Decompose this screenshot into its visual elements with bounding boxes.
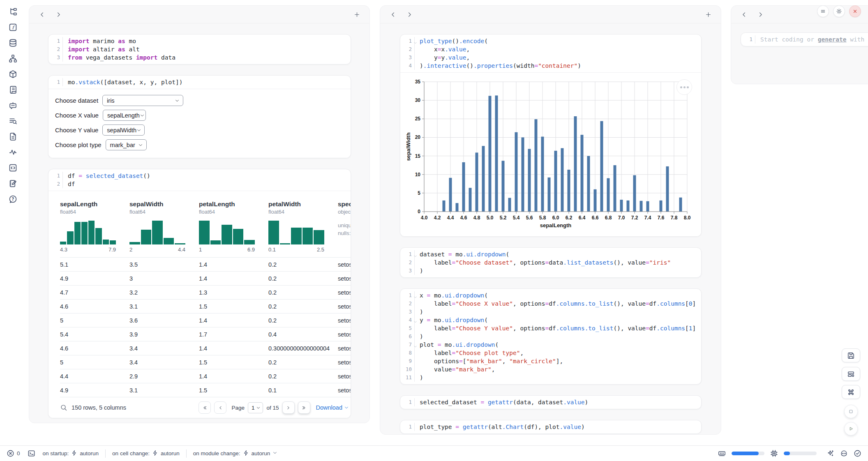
- back-chevron-icon[interactable]: [388, 9, 398, 20]
- shutdown-close-icon[interactable]: [849, 5, 861, 17]
- table-column-header[interactable]: petalLengthfloat6416.9: [199, 200, 268, 254]
- ai-sparkles-icon[interactable]: [826, 449, 834, 457]
- cell-dataset-dropdown[interactable]: 1dataset = mo.ui.dropdown(2 label="Choos…: [400, 247, 702, 278]
- table-row[interactable]: 5.13.51.40.2setosa: [60, 257, 351, 271]
- chevron-down-icon: [138, 143, 143, 148]
- on-cell-change-setting[interactable]: on cell change: autorun: [112, 450, 180, 457]
- table-column-header[interactable]: sepalLengthfloat644.37.9: [60, 200, 129, 254]
- svg-text:7.0: 7.0: [618, 215, 625, 221]
- table-row[interactable]: 53.61.40.2setosa: [60, 313, 351, 327]
- choose-plot-type-select[interactable]: mark_bar: [106, 139, 147, 150]
- choose-dataset-select[interactable]: iris: [102, 95, 183, 106]
- table-row[interactable]: 4.931.40.2setosa: [60, 271, 351, 285]
- save-button[interactable]: [842, 348, 860, 362]
- table-column-header[interactable]: sepalWidthfloat6424.4: [129, 200, 199, 254]
- cell-plot[interactable]: 1plot_type().encode(2 x=x.value,3 y=y.va…: [400, 34, 702, 237]
- code-line: 7plot = mo.ui.dropdown(: [400, 341, 701, 349]
- dependency-graph-icon[interactable]: [6, 53, 20, 63]
- on-startup-setting[interactable]: on startup: autorun: [43, 450, 99, 457]
- connection-check-icon[interactable]: [854, 449, 861, 457]
- copilot-icon[interactable]: [840, 449, 848, 457]
- chart-options-icon[interactable]: [676, 79, 692, 95]
- keyboard-shortcuts-button[interactable]: [842, 385, 860, 399]
- first-page-button[interactable]: [199, 401, 211, 414]
- code-placeholder-input[interactable]: Start coding or generate with: [755, 35, 864, 44]
- code-editor[interactable]: 1plot_type = getattr(alt.Chart(df), plot…: [400, 420, 701, 433]
- prev-page-button[interactable]: [214, 401, 226, 414]
- file-tree-icon[interactable]: [6, 7, 20, 16]
- table-row[interactable]: 5.43.91.70.4setosa: [60, 327, 351, 341]
- logs-icon[interactable]: [6, 85, 20, 95]
- table-column-header[interactable]: petalWidthfloat640.12.5: [268, 200, 338, 254]
- column-dtype: float64: [129, 208, 199, 216]
- on-module-change-setting[interactable]: on module change: autorun: [193, 450, 278, 457]
- forward-chevron-icon[interactable]: [53, 9, 64, 20]
- choose-x-value-select[interactable]: sepalLength: [103, 110, 146, 121]
- bar-chart-svg[interactable]: 4.04.24.44.64.85.05.25.45.65.86.06.26.46…: [405, 77, 693, 230]
- table-row[interactable]: 4.63.11.50.2setosa: [60, 299, 351, 313]
- table-row[interactable]: 4.63.41.40.30000000000000004setosa: [60, 341, 351, 355]
- cell-selected-dataset[interactable]: 1selected_dataset = getattr(data, datase…: [400, 395, 702, 409]
- ram-usage-bar[interactable]: [732, 452, 764, 455]
- scratchpad-icon[interactable]: [6, 178, 20, 188]
- cell-vstack[interactable]: 1mo.vstack([dataset, x, y, plot]) Choose…: [48, 75, 351, 158]
- forward-chevron-icon[interactable]: [755, 9, 766, 20]
- stop-button[interactable]: [844, 405, 858, 418]
- code-editor[interactable]: 1selected_dataset = getattr(data, datase…: [400, 396, 701, 409]
- table-row[interactable]: 4.73.21.30.2setosa: [60, 285, 351, 299]
- page-select[interactable]: 1: [248, 402, 263, 413]
- last-page-button[interactable]: [298, 401, 310, 414]
- errors-icon[interactable]: [7, 449, 14, 457]
- chat-icon[interactable]: [6, 100, 20, 110]
- table-cell: 2.9: [129, 373, 199, 380]
- functions-icon[interactable]: f: [6, 22, 20, 32]
- run-button[interactable]: [844, 422, 858, 436]
- altair-bar-chart[interactable]: 4.04.24.44.64.85.05.25.45.65.86.06.26.46…: [400, 73, 701, 236]
- database-icon[interactable]: [6, 38, 20, 48]
- generate-link[interactable]: generate: [818, 36, 847, 43]
- cell-xy-plot-dropdowns[interactable]: 1x = mo.ui.dropdown(2 label="Choose X va…: [400, 288, 702, 385]
- cell-imports[interactable]: 1import marimo as mo2import altair as al…: [48, 34, 351, 65]
- code-editor[interactable]: 1mo.vstack([dataset, x, y, plot]): [48, 76, 351, 89]
- add-cell-icon[interactable]: [351, 9, 362, 20]
- documentation-icon[interactable]: [6, 131, 20, 141]
- code-editor[interactable]: 1x = mo.ui.dropdown(2 label="Choose X va…: [400, 289, 701, 384]
- download-button[interactable]: Download: [316, 404, 349, 411]
- scratch-cell[interactable]: 1 Start coding or generate with: [741, 32, 868, 46]
- status-bar: 0 on startup: autorun on cell change: au…: [0, 445, 868, 461]
- code-editor[interactable]: 1df = selected_dataset()2df: [48, 169, 351, 191]
- table-row[interactable]: 4.93.11.50.1setosa: [60, 383, 351, 397]
- code-editor[interactable]: 1dataset = mo.ui.dropdown(2 label="Choos…: [400, 248, 701, 277]
- table-column-header[interactable]: speciesobjectunique:nulls:: [338, 200, 351, 254]
- tracing-icon[interactable]: [6, 147, 20, 157]
- code-editor[interactable]: 1plot_type().encode(2 x=x.value,3 y=y.va…: [400, 35, 701, 72]
- code-editor[interactable]: 1import marimo as mo2import altair as al…: [48, 35, 351, 64]
- choose-y-value-select[interactable]: sepalWidth: [102, 124, 145, 136]
- back-chevron-icon[interactable]: [739, 9, 749, 20]
- snippets-icon[interactable]: [6, 163, 20, 173]
- column-histogram[interactable]: 16.9: [199, 221, 255, 254]
- next-page-button[interactable]: [282, 401, 295, 414]
- layout-button[interactable]: [842, 367, 860, 381]
- terminal-icon[interactable]: [28, 449, 35, 457]
- forward-chevron-icon[interactable]: [404, 9, 415, 20]
- back-chevron-icon[interactable]: [37, 9, 47, 20]
- column-histogram[interactable]: 0.12.5: [268, 221, 324, 254]
- search-icon[interactable]: [60, 404, 67, 411]
- add-cell-icon[interactable]: [703, 9, 713, 20]
- table-row[interactable]: 4.42.91.40.2setosa: [60, 369, 351, 383]
- help-icon[interactable]: ?: [6, 194, 20, 204]
- cell-plot-type[interactable]: 1plot_type = getattr(alt.Chart(df), plot…: [400, 420, 702, 434]
- column-histogram[interactable]: 24.4: [129, 221, 185, 254]
- table-row[interactable]: 53.41.50.2setosa: [60, 355, 351, 369]
- packages-icon[interactable]: [6, 69, 20, 79]
- menu-icon[interactable]: [817, 5, 829, 17]
- cell-dataframe[interactable]: 1df = selected_dataset()2df sepalLengthf…: [48, 169, 351, 418]
- column-name: petalWidth: [268, 200, 338, 208]
- settings-gear-icon[interactable]: [833, 5, 845, 17]
- column-histogram[interactable]: 4.37.9: [60, 221, 116, 254]
- table-cell: 4.6: [60, 303, 129, 310]
- svg-text:6.8: 6.8: [605, 215, 612, 221]
- list-search-icon[interactable]: [6, 116, 20, 126]
- cpu-usage-bar[interactable]: [784, 452, 817, 455]
